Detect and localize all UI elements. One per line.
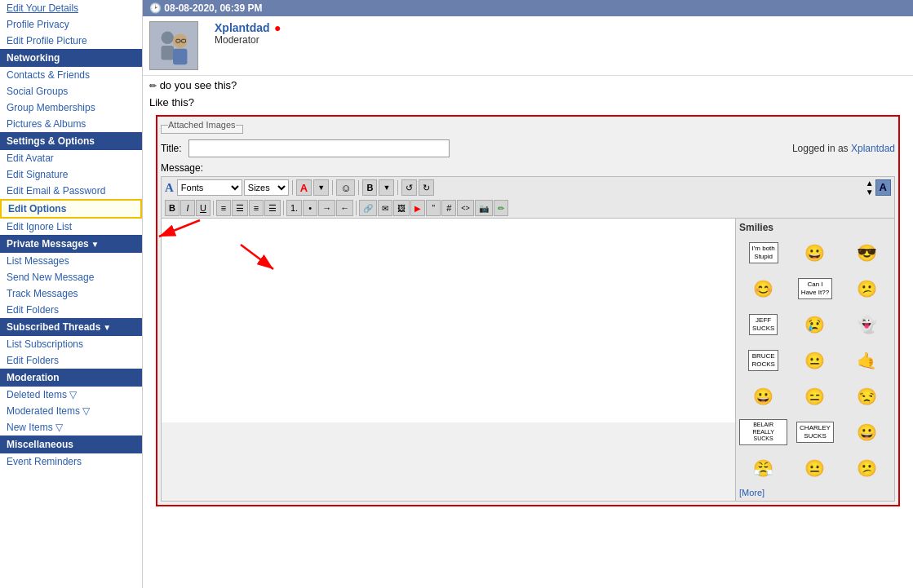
avatar-box (149, 21, 206, 70)
underline-format-btn[interactable]: U (196, 200, 211, 216)
online-indicator: ● (274, 21, 281, 34)
sidebar-item-edit-folders-2[interactable]: Edit Folders (0, 352, 142, 369)
smiley-sign-5[interactable]: BELAIRREALLY SUCKS (739, 419, 787, 444)
separator1 (292, 180, 293, 195)
sidebar-item-edit-avatar[interactable]: Edit Avatar (0, 150, 142, 166)
sidebar-item-contacts-friends[interactable]: Contacts & Friends (0, 67, 142, 83)
eraser-btn[interactable]: ✏ (494, 200, 508, 216)
toggle-btn[interactable]: A (875, 179, 891, 196)
message-header-bar: 🕑 08-08-2020, 06:39 PM (143, 0, 913, 16)
smiley-emoji-1[interactable]: 😀 (792, 237, 837, 269)
sidebar-item-edit-options[interactable]: Edit Options (0, 199, 142, 219)
sidebar: Edit Your Details Profile Privacy Edit P… (0, 0, 143, 588)
message-text: do you see this? (160, 79, 237, 91)
timestamp-text: 08-08-2020, 06:39 PM (164, 2, 262, 14)
editor-toolbar-row2: B I U ≡ ☰ ≡ ☰ 1. • → ← � (161, 198, 895, 218)
smiley-sign-3[interactable]: JEFFSUCKS (749, 314, 778, 334)
smiley-emoji-14[interactable]: 😐 (792, 452, 837, 484)
separator5 (213, 201, 214, 215)
sidebar-item-event-reminders[interactable]: Event Reminders (0, 453, 142, 470)
sizes-select[interactable]: Sizes (244, 179, 289, 196)
logged-in-info: Logged in as Xplantdad (792, 143, 895, 154)
sidebar-item-new-items[interactable]: New Items ▽ (0, 419, 142, 435)
ordered-list-btn[interactable]: 1. (286, 200, 302, 216)
smiley-emoji-4[interactable]: 😕 (844, 272, 889, 305)
align-center-btn[interactable]: ☰ (232, 200, 248, 216)
smiley-emoji-11[interactable]: 😒 (844, 380, 889, 413)
sidebar-item-pictures-albums[interactable]: Pictures & Albums (0, 116, 142, 132)
code-btn[interactable]: <> (457, 200, 474, 216)
smiley-emoji-7[interactable]: 😐 (792, 344, 837, 377)
align-right-btn[interactable]: ≡ (249, 200, 264, 216)
username-link[interactable]: Xplantdad (215, 21, 270, 34)
sidebar-item-send-new-message[interactable]: Send New Message (0, 269, 142, 285)
bold-arrow-btn[interactable]: ▼ (379, 179, 394, 196)
italic-format-btn[interactable]: I (180, 200, 195, 216)
align-justify-btn[interactable]: ☰ (264, 200, 281, 216)
bold-btn[interactable]: B (362, 179, 377, 196)
sidebar-item-edit-folders[interactable]: Edit Folders (0, 302, 142, 318)
outdent-btn[interactable]: ← (336, 200, 353, 216)
smiley-emoji-8[interactable]: 🤙 (844, 344, 889, 377)
sidebar-item-list-messages[interactable]: List Messages (0, 253, 142, 269)
sidebar-item-profile-privacy[interactable]: Profile Privacy (0, 16, 142, 33)
smiley-btn[interactable]: ☺ (336, 179, 355, 196)
message-textarea[interactable] (162, 219, 735, 422)
bold-format-btn[interactable]: B (165, 200, 179, 216)
hashtag-btn[interactable]: # (441, 200, 456, 216)
sidebar-item-edit-ignore-list[interactable]: Edit Ignore List (0, 219, 142, 235)
separator4 (397, 180, 398, 195)
font-color-btn[interactable]: A (296, 179, 312, 196)
sidebar-header-moderation: Moderation (0, 369, 142, 387)
link-btn[interactable]: 🔗 (359, 200, 377, 216)
editor-wrapper: Attached Images Title: Logged in as Xpla… (156, 115, 900, 506)
text-area-box (162, 219, 735, 501)
sidebar-item-track-messages[interactable]: Track Messages (0, 285, 142, 302)
sidebar-item-group-memberships[interactable]: Group Memberships (0, 99, 142, 116)
video-btn[interactable]: ▶ (410, 200, 425, 216)
unordered-list-btn[interactable]: • (303, 200, 317, 216)
post-message-line1: ✏ do you see this? (149, 79, 906, 91)
smiley-emoji-6[interactable]: 👻 (844, 308, 889, 341)
scroll-up-btn[interactable]: ▲▼ (866, 179, 874, 197)
smiley-emoji-5[interactable]: 😢 (792, 308, 837, 341)
smiley-emoji-13[interactable]: 😤 (741, 452, 786, 484)
email-btn[interactable]: ✉ (378, 200, 392, 216)
sidebar-item-edit-your-details[interactable]: Edit Your Details (0, 0, 142, 16)
sidebar-item-edit-email-password[interactable]: Edit Email & Password (0, 183, 142, 199)
smiley-sign-2[interactable]: Can IHave It?? (798, 278, 832, 298)
photo-btn[interactable]: 📷 (475, 200, 493, 216)
smiley-emoji-12[interactable]: 😀 (844, 416, 889, 449)
logged-in-user-link[interactable]: Xplantdad (851, 143, 895, 154)
sidebar-item-deleted-items[interactable]: Deleted Items ▽ (0, 387, 142, 403)
smiley-sign-6[interactable]: CHARLEYSUCKS (796, 422, 834, 442)
post-area: Xplantdad ● Moderator (143, 16, 913, 76)
smiley-emoji-2[interactable]: 😎 (844, 237, 889, 269)
font-color-arrow-btn[interactable]: ▼ (313, 179, 329, 196)
align-left-btn[interactable]: ≡ (216, 200, 231, 216)
sidebar-item-moderated-items[interactable]: Moderated Items ▽ (0, 403, 142, 419)
smiley-emoji-15[interactable]: 😕 (844, 452, 889, 484)
post-message-line2: Like this? (149, 96, 906, 108)
smiley-emoji-10[interactable]: 😑 (792, 380, 837, 413)
sidebar-item-list-subscriptions[interactable]: List Subscriptions (0, 336, 142, 352)
smiley-emoji-9[interactable]: 😀 (741, 380, 786, 413)
user-role: Moderator (215, 34, 906, 46)
smiley-sign-1[interactable]: I'm bothStupid (749, 242, 778, 263)
title-input[interactable] (188, 139, 450, 157)
svg-rect-2 (162, 46, 174, 60)
toolbar-right: ▲▼ A (866, 179, 891, 197)
smiley-emoji-3[interactable]: 😊 (741, 272, 786, 305)
sidebar-item-edit-signature[interactable]: Edit Signature (0, 166, 142, 183)
fonts-select[interactable]: Fonts (177, 179, 242, 196)
smilies-more-link[interactable]: [More] (739, 488, 891, 497)
sidebar-item-edit-profile-picture[interactable]: Edit Profile Picture (0, 33, 142, 49)
indent-btn[interactable]: → (318, 200, 335, 216)
redo-btn[interactable]: ↻ (419, 179, 434, 196)
image-btn[interactable]: 🖼 (393, 200, 410, 216)
sidebar-item-social-groups[interactable]: Social Groups (0, 83, 142, 99)
smilies-label: Smilies (739, 222, 891, 233)
smiley-sign-4[interactable]: BRUCEROCKS (748, 350, 778, 370)
undo-btn[interactable]: ↺ (401, 179, 417, 196)
quote-btn[interactable]: " (426, 200, 441, 216)
